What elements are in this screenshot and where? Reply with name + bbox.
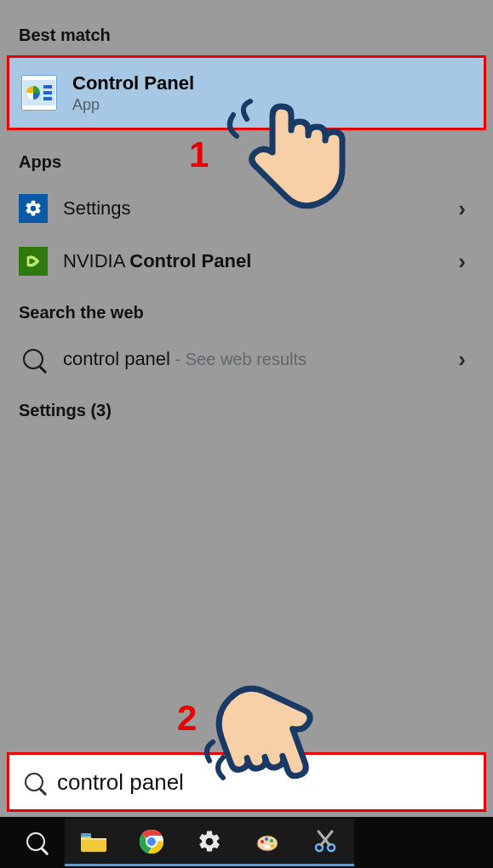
- best-match-text: Control Panel App: [72, 72, 194, 114]
- svg-point-10: [261, 840, 264, 843]
- paint-icon: [254, 828, 281, 855]
- control-panel-icon: [21, 75, 57, 111]
- web-query: control panel: [63, 348, 170, 369]
- search-box[interactable]: [7, 752, 486, 812]
- section-header-settings: Settings (3): [0, 391, 493, 431]
- web-result-label: control panel - See web results: [63, 348, 458, 370]
- label-prefix: NVIDIA: [63, 250, 129, 271]
- svg-rect-3: [43, 91, 52, 94]
- search-input[interactable]: [57, 769, 468, 796]
- label-bold: Control Panel: [129, 250, 251, 271]
- taskbar-file-explorer[interactable]: [65, 819, 123, 866]
- search-icon: [26, 832, 45, 851]
- nvidia-icon: [19, 247, 48, 276]
- taskbar-chrome[interactable]: [123, 819, 181, 866]
- svg-point-12: [270, 839, 273, 842]
- app-result-nvidia[interactable]: NVIDIA Control Panel ›: [0, 235, 493, 288]
- web-result[interactable]: control panel - See web results ›: [0, 333, 493, 385]
- annotation-number-1: 1: [189, 134, 209, 175]
- taskbar-settings[interactable]: [181, 819, 238, 866]
- svg-rect-4: [43, 97, 52, 100]
- taskbar-paint[interactable]: [238, 819, 296, 866]
- settings-icon: [19, 194, 48, 223]
- snip-icon: [312, 828, 339, 855]
- svg-rect-2: [43, 85, 52, 89]
- svg-point-14: [265, 845, 270, 848]
- chevron-right-icon: ›: [458, 248, 474, 275]
- taskbar: [0, 817, 493, 868]
- section-header-apps: Apps: [0, 142, 493, 182]
- svg-rect-5: [81, 833, 91, 837]
- taskbar-snip[interactable]: [296, 819, 354, 866]
- folder-icon: [79, 830, 108, 854]
- web-suffix: - See web results: [170, 350, 307, 368]
- chevron-right-icon: ›: [458, 346, 474, 373]
- svg-point-13: [271, 844, 274, 848]
- best-match-title: Control Panel: [72, 72, 194, 94]
- app-result-label: Settings: [63, 197, 458, 220]
- taskbar-search[interactable]: [7, 819, 65, 866]
- section-header-search-web: Search the web: [0, 293, 493, 333]
- annotation-number-2: 2: [177, 698, 197, 739]
- search-icon: [19, 345, 48, 374]
- best-match-result[interactable]: Control Panel App: [7, 55, 486, 130]
- chrome-icon: [138, 828, 165, 855]
- svg-point-11: [265, 837, 268, 841]
- gear-icon: [197, 829, 222, 854]
- start-search-panel: Best match Control Panel App Apps: [0, 0, 493, 817]
- app-result-label: NVIDIA Control Panel: [63, 250, 458, 272]
- chevron-right-icon: ›: [458, 196, 474, 222]
- search-icon: [25, 773, 43, 791]
- best-match-subtitle: App: [72, 96, 194, 114]
- app-result-settings[interactable]: Settings ›: [0, 182, 493, 235]
- section-header-best-match: Best match: [0, 15, 493, 55]
